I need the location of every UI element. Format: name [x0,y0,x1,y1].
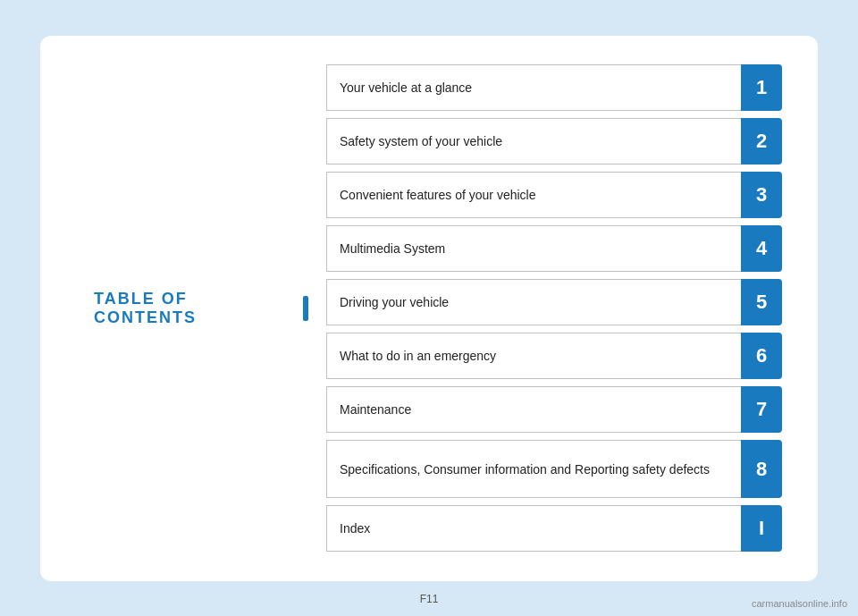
page-number: F11 [420,593,439,605]
toc-item-number: 2 [741,118,782,165]
toc-item-number: 4 [741,225,782,272]
toc-item[interactable]: What to do in an emergency6 [326,333,782,379]
toc-item-label: Index [326,505,741,552]
toc-item-number: 8 [741,440,782,498]
page-container: TABLE OF CONTENTS Your vehicle at a glan… [0,0,858,616]
toc-item-label: Specifications, Consumer information and… [326,440,741,498]
toc-item-label: Multimedia System [326,225,741,272]
toc-header: TABLE OF CONTENTS [94,290,308,327]
toc-item-label: Safety system of your vehicle [326,118,741,165]
toc-item-number: 3 [741,172,782,218]
toc-item-number: I [741,505,782,552]
toc-title: TABLE OF CONTENTS [94,290,296,327]
toc-item-label: Convenient features of your vehicle [326,172,741,218]
toc-item-label: What to do in an emergency [326,333,741,379]
toc-item-number: 6 [741,333,782,379]
toc-item-number: 7 [741,386,782,433]
toc-item[interactable]: Your vehicle at a glance1 [326,64,782,111]
toc-item[interactable]: Specifications, Consumer information and… [326,440,782,498]
toc-list: Your vehicle at a glance1Safety system o… [308,64,782,552]
toc-item[interactable]: Maintenance7 [326,386,782,433]
toc-item-number: 1 [741,64,782,111]
toc-item-label: Your vehicle at a glance [326,64,741,111]
toc-item-label: Maintenance [326,386,741,433]
toc-item-label: Driving your vehicle [326,279,741,325]
toc-item[interactable]: Convenient features of your vehicle3 [326,172,782,218]
toc-item[interactable]: Multimedia System4 [326,225,782,272]
footer: F11 [0,593,858,605]
white-card: TABLE OF CONTENTS Your vehicle at a glan… [40,36,818,581]
toc-item[interactable]: Driving your vehicle5 [326,279,782,325]
toc-item-number: 5 [741,279,782,325]
left-section: TABLE OF CONTENTS [76,63,308,554]
toc-item[interactable]: IndexI [326,505,782,552]
toc-item[interactable]: Safety system of your vehicle2 [326,118,782,165]
watermark: carmanualsonline.info [752,598,847,609]
